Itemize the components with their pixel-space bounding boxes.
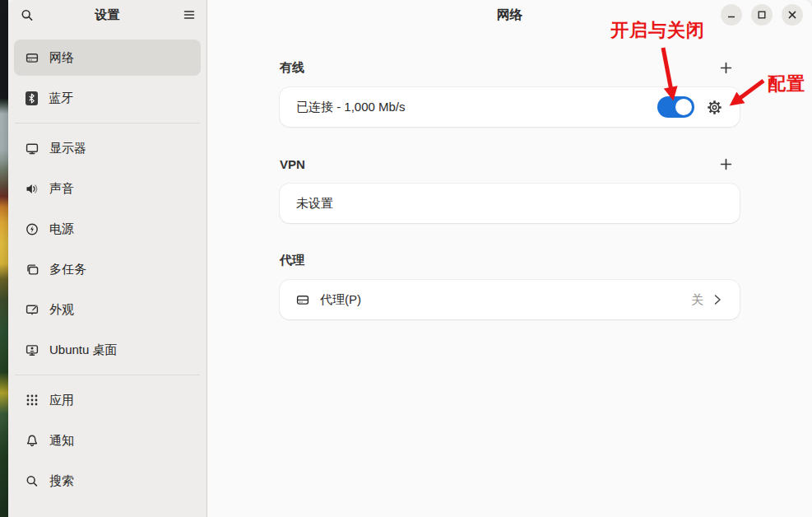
sidebar-item-label: 通知 (49, 433, 74, 449)
minimize-button[interactable] (721, 4, 742, 26)
desktop-wallpaper-strip (0, 0, 8, 517)
proxy-state-value: 关 (691, 292, 703, 308)
apps-grid-icon (26, 394, 39, 407)
add-vpn-button[interactable] (716, 154, 735, 174)
display-icon (26, 142, 39, 155)
close-button[interactable] (782, 4, 803, 26)
sidebar-item-network[interactable]: 网络 (14, 40, 201, 76)
search-icon (21, 8, 34, 21)
main-panel: 网络 有线 (207, 0, 812, 517)
speaker-icon (26, 182, 39, 195)
sidebar-item-sound[interactable]: 声音 (14, 170, 201, 207)
sidebar: 设置 网络 (8, 0, 207, 517)
sidebar-item-label: 蓝牙 (49, 91, 73, 106)
network-wired-icon (26, 51, 39, 64)
toggle-knob (675, 99, 692, 115)
section-header-proxy: 代理 (280, 252, 740, 268)
sidebar-item-label: 应用 (49, 393, 74, 408)
sidebar-title: 设置 (95, 7, 120, 23)
annotation-toggle-label: 开启与关闭 (610, 18, 705, 43)
bluetooth-icon (26, 91, 38, 105)
section-header-wired: 有线 (280, 59, 740, 76)
sidebar-item-search[interactable]: 搜索 (14, 463, 201, 499)
plus-icon (719, 61, 733, 75)
network-wired-icon (296, 293, 309, 306)
search-icon (26, 474, 39, 487)
sidebar-item-appearance[interactable]: 外观 (14, 291, 201, 328)
sidebar-separator (15, 375, 200, 375)
add-wired-connection-button[interactable] (716, 58, 735, 77)
sidebar-item-label: Ubuntu 桌面 (49, 342, 118, 358)
sidebar-separator (15, 123, 200, 123)
section-header-vpn: VPN (280, 156, 740, 172)
chevron-right-icon (712, 293, 723, 306)
search-button[interactable] (15, 2, 39, 27)
multitasking-icon (26, 263, 39, 276)
bell-icon (26, 434, 39, 447)
network-settings-content: 有线 已连接 - 1,000 Mb/s (280, 59, 740, 319)
sidebar-item-label: 多任务 (49, 262, 86, 277)
power-icon (26, 222, 39, 235)
sidebar-item-display[interactable]: 显示器 (14, 130, 201, 166)
sidebar-item-label: 搜索 (49, 473, 74, 489)
sidebar-item-power[interactable]: 电源 (14, 211, 201, 247)
gnome-settings-window: 设置 网络 (8, 0, 812, 517)
section-label: VPN (280, 157, 305, 171)
sidebar-item-ubuntu-desktop[interactable]: Ubuntu 桌面 (14, 332, 201, 368)
section-label: 代理 (280, 253, 304, 268)
window-controls (721, 4, 803, 26)
plus-icon (719, 157, 733, 171)
sidebar-item-bluetooth[interactable]: 蓝牙 (14, 80, 201, 116)
vpn-status-label: 未设置 (296, 196, 333, 212)
sidebar-item-label: 外观 (49, 302, 74, 318)
appearance-icon (26, 303, 39, 316)
sidebar-item-label: 电源 (49, 221, 74, 237)
sidebar-item-apps[interactable]: 应用 (14, 382, 201, 418)
sidebar-item-multitasking[interactable]: 多任务 (14, 251, 201, 287)
wired-options-button[interactable] (705, 98, 723, 116)
page-title: 网络 (497, 7, 522, 24)
main-header: 网络 (207, 0, 812, 30)
connection-status-label: 已连接 - 1,000 Mb/s (296, 100, 406, 115)
section-label: 有线 (280, 60, 304, 76)
sidebar-item-notifications[interactable]: 通知 (14, 422, 201, 459)
wired-toggle-switch[interactable] (657, 96, 694, 118)
wired-connection-row[interactable]: 已连接 - 1,000 Mb/s (280, 87, 740, 127)
minimize-icon (726, 9, 737, 21)
main-menu-button[interactable] (177, 2, 202, 27)
sidebar-item-label: 网络 (49, 50, 74, 66)
gear-icon (706, 99, 723, 116)
hamburger-menu-icon (183, 8, 196, 21)
sidebar-item-label: 显示器 (49, 141, 86, 156)
settings-window: 设置 网络 (0, 0, 812, 517)
close-icon (786, 9, 798, 21)
proxy-label: 代理(P) (320, 292, 361, 308)
sidebar-item-label: 声音 (49, 181, 74, 197)
sidebar-header: 设置 (8, 0, 206, 30)
sidebar-nav: 网络 蓝牙 显示器 (8, 30, 206, 517)
vpn-row: 未设置 (280, 184, 740, 223)
proxy-row[interactable]: 代理(P) 关 (280, 280, 740, 319)
maximize-icon (756, 9, 768, 21)
maximize-button[interactable] (751, 4, 773, 26)
ubuntu-desktop-icon (26, 343, 39, 356)
annotation-configure-label: 配置 (768, 72, 805, 96)
